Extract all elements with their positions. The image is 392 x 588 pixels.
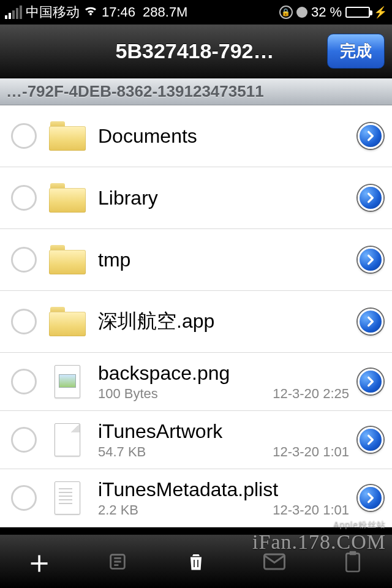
item-size: 54.7 KB bbox=[98, 444, 146, 460]
breadcrumb: …-792F-4DEB-8362-139123473511 bbox=[0, 78, 392, 105]
alarm-icon bbox=[296, 7, 307, 18]
svg-rect-3 bbox=[350, 551, 356, 555]
list-item[interactable]: Documents bbox=[0, 105, 392, 167]
list-item[interactable]: iTunesMetadata.plist2.2 KB12-3-20 1:01 bbox=[0, 469, 392, 527]
select-radio[interactable] bbox=[11, 369, 37, 394]
select-radio[interactable] bbox=[11, 123, 37, 149]
item-name: 深圳航空.app bbox=[98, 308, 349, 335]
item-name: iTunesArtwork bbox=[98, 420, 349, 443]
item-date: 12-3-20 2:25 bbox=[273, 386, 349, 402]
disclosure-button[interactable] bbox=[358, 185, 383, 211]
item-date: 12-3-20 1:01 bbox=[273, 444, 349, 460]
select-radio[interactable] bbox=[11, 185, 37, 211]
trash-button[interactable] bbox=[178, 543, 214, 580]
wifi-icon bbox=[83, 3, 98, 21]
add-button[interactable]: ＋ bbox=[21, 543, 58, 580]
battery-percent: 32 bbox=[311, 4, 326, 20]
item-size: 100 Bytes bbox=[98, 386, 158, 402]
list-item[interactable]: backspace.png100 Bytes12-3-20 2:25 bbox=[0, 353, 392, 411]
file-icon bbox=[55, 481, 80, 514]
disclosure-button[interactable] bbox=[358, 123, 383, 149]
percent-sign: % bbox=[330, 4, 342, 20]
item-name: Documents bbox=[98, 125, 349, 148]
file-icon bbox=[55, 423, 80, 456]
item-name: iTunesMetadata.plist bbox=[98, 478, 349, 501]
item-name: Library bbox=[98, 187, 349, 209]
select-radio[interactable] bbox=[11, 427, 37, 453]
disclosure-button[interactable] bbox=[358, 309, 383, 334]
item-name: tmp bbox=[98, 249, 349, 271]
rotation-lock-icon: 🔒 bbox=[279, 6, 293, 19]
carrier-label: 中国移动 bbox=[26, 3, 80, 21]
signal-icon bbox=[5, 6, 22, 19]
list-item[interactable]: 深圳航空.app bbox=[0, 291, 392, 353]
nav-bar: 5B327418-792… 完成 bbox=[0, 24, 392, 78]
disclosure-button[interactable] bbox=[358, 427, 383, 453]
svg-rect-2 bbox=[346, 553, 359, 571]
file-list: DocumentsLibrarytmp深圳航空.appbackspace.png… bbox=[0, 105, 392, 527]
mail-button[interactable] bbox=[256, 543, 293, 580]
list-item[interactable]: tmp bbox=[0, 229, 392, 291]
memory-label: 288.7M bbox=[143, 4, 187, 20]
folder-icon bbox=[49, 121, 86, 151]
list-item[interactable]: iTunesArtwork54.7 KB12-3-20 1:01 bbox=[0, 411, 392, 469]
charging-icon: ⚡ bbox=[374, 6, 387, 19]
battery-icon bbox=[345, 7, 370, 18]
disclosure-button[interactable] bbox=[358, 247, 383, 273]
item-date: 12-3-20 1:01 bbox=[273, 502, 349, 518]
done-button[interactable]: 完成 bbox=[327, 34, 385, 69]
list-item[interactable]: Library bbox=[0, 167, 392, 229]
disclosure-button[interactable] bbox=[358, 485, 383, 511]
item-name: backspace.png bbox=[98, 362, 349, 385]
select-radio[interactable] bbox=[11, 309, 37, 334]
disclosure-button[interactable] bbox=[358, 369, 383, 394]
folder-icon bbox=[49, 183, 86, 213]
file-icon bbox=[55, 365, 80, 398]
toolbar: ＋ bbox=[0, 534, 392, 588]
page-title: 5B327418-792… bbox=[62, 39, 327, 63]
clipboard-button[interactable] bbox=[334, 543, 371, 580]
folder-icon bbox=[49, 307, 86, 336]
time-label: 17:46 bbox=[102, 4, 135, 20]
select-radio[interactable] bbox=[11, 485, 37, 511]
select-radio[interactable] bbox=[11, 247, 37, 273]
item-size: 2.2 KB bbox=[98, 502, 138, 518]
archive-button[interactable] bbox=[99, 543, 136, 580]
folder-icon bbox=[49, 245, 86, 274]
status-bar: 中国移动 17:46 288.7M 🔒 32 % ⚡ bbox=[0, 0, 392, 24]
